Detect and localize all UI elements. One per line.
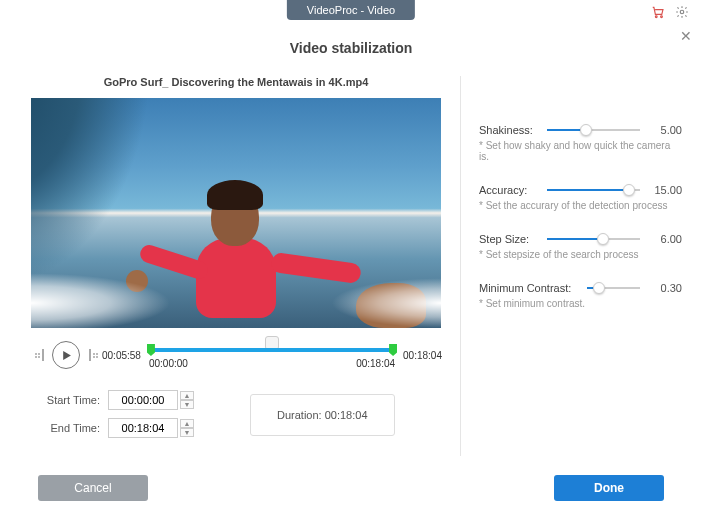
app-title: VideoProc - Video [287,0,415,20]
close-icon[interactable]: ✕ [680,28,692,44]
end-time-input[interactable] [108,418,178,438]
shakiness-slider[interactable] [547,129,640,131]
shakiness-hint: * Set how shaky and how quick the camera… [479,140,682,162]
end-time-label: End Time: [30,422,100,434]
shakiness-value: 5.00 [648,124,682,136]
contrast-hint: * Set minimum contrast. [479,298,682,309]
range-start-label: 00:00:00 [149,358,188,369]
timeline-track[interactable]: 00:00:00 00:18:04 [149,338,395,372]
step-back-icon[interactable] [30,346,48,364]
stepsize-label: Step Size: [479,233,539,245]
accuracy-slider[interactable] [547,189,640,191]
timeline-pos: 00:05:58 [102,350,141,361]
stepsize-value: 6.00 [648,233,682,245]
range-end-handle[interactable] [389,344,397,356]
svg-point-0 [655,16,657,18]
done-button[interactable]: Done [554,475,664,501]
range-start-handle[interactable] [147,344,155,356]
stepsize-hint: * Set stepsize of the search process [479,249,682,260]
stepsize-slider[interactable] [547,238,640,240]
start-time-input[interactable] [108,390,178,410]
accuracy-hint: * Set the accurary of the detection proc… [479,200,682,211]
video-preview[interactable] [31,98,441,328]
step-fwd-icon[interactable] [84,346,102,364]
end-time-stepper[interactable]: ▲▼ [180,419,194,437]
cart-icon[interactable] [650,4,666,20]
gear-icon[interactable] [674,4,690,20]
contrast-label: Minimum Contrast: [479,282,579,294]
page-title: Video stabilization [0,40,702,56]
accuracy-value: 15.00 [648,184,682,196]
contrast-value: 0.30 [648,282,682,294]
contrast-slider[interactable] [587,287,640,289]
range-end-label: 00:18:04 [356,358,395,369]
shakiness-label: Shakiness: [479,124,539,136]
accuracy-label: Accuracy: [479,184,539,196]
play-button[interactable] [52,341,80,369]
start-time-stepper[interactable]: ▲▼ [180,391,194,409]
svg-point-2 [680,10,684,14]
file-name: GoPro Surf_ Discovering the Mentawais in… [30,76,442,88]
svg-point-1 [661,16,663,18]
cancel-button[interactable]: Cancel [38,475,148,501]
start-time-label: Start Time: [30,394,100,406]
timeline-total: 00:18:04 [403,350,442,361]
duration-box: Duration: 00:18:04 [250,394,395,436]
